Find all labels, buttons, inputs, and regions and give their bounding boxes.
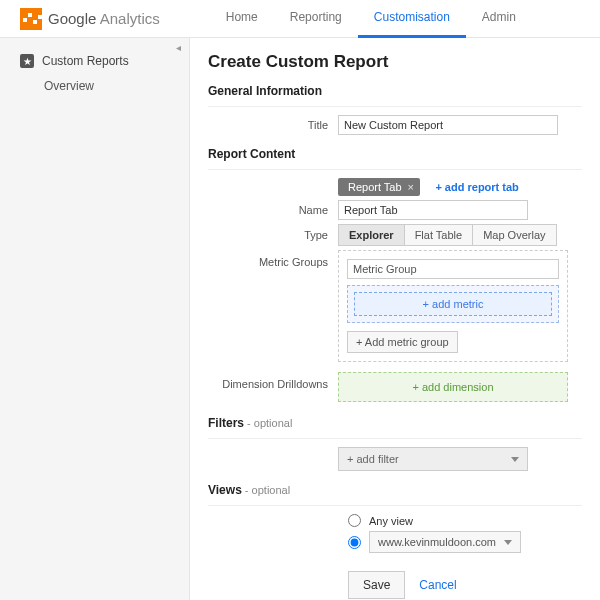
metric-group-name[interactable]: Metric Group: [347, 259, 559, 279]
metric-groups-box: Metric Group + add metric + Add metric g…: [338, 250, 568, 362]
dimension-label: Dimension Drilldowns: [208, 372, 338, 390]
top-bar: Google Analytics Home Reporting Customis…: [0, 0, 600, 38]
content: Create Custom Report General Information…: [190, 38, 600, 600]
add-filter-dropdown[interactable]: + add filter: [338, 447, 528, 471]
view-radio-any[interactable]: [348, 514, 361, 527]
main-area: ◂ ★ Custom Reports Overview Create Custo…: [0, 38, 600, 600]
metric-groups-label: Metric Groups: [208, 250, 338, 268]
nav-admin[interactable]: Admin: [466, 0, 532, 38]
section-filters: Filters - optional: [208, 416, 582, 430]
sidebar-sub-overview[interactable]: Overview: [0, 74, 189, 98]
page-title: Create Custom Report: [208, 52, 582, 72]
name-input[interactable]: [338, 200, 528, 220]
sidebar: ◂ ★ Custom Reports Overview: [0, 38, 190, 600]
logo: Google Analytics: [20, 8, 160, 30]
brand-name: Google Analytics: [48, 10, 160, 27]
divider: [208, 106, 582, 107]
type-explorer[interactable]: Explorer: [338, 224, 405, 246]
any-view-label: Any view: [369, 515, 413, 527]
chevron-down-icon: [511, 457, 519, 462]
close-icon[interactable]: ×: [408, 181, 414, 193]
selected-view-label: www.kevinmuldoon.com: [378, 536, 496, 548]
analytics-logo-icon: [20, 8, 42, 30]
type-label: Type: [208, 229, 338, 241]
divider: [208, 169, 582, 170]
nav-reporting[interactable]: Reporting: [274, 0, 358, 38]
title-label: Title: [208, 119, 338, 131]
type-map-overlay[interactable]: Map Overlay: [472, 224, 556, 246]
name-label: Name: [208, 204, 338, 216]
save-button[interactable]: Save: [348, 571, 405, 599]
type-flat-table[interactable]: Flat Table: [404, 224, 474, 246]
sidebar-item-custom-reports[interactable]: ★ Custom Reports: [0, 48, 189, 74]
divider: [208, 438, 582, 439]
sidebar-item-label: Custom Reports: [42, 54, 129, 68]
section-general: General Information: [208, 84, 582, 98]
nav-home[interactable]: Home: [210, 0, 274, 38]
cancel-link[interactable]: Cancel: [419, 578, 456, 592]
nav-customisation[interactable]: Customisation: [358, 0, 466, 38]
section-report-content: Report Content: [208, 147, 582, 161]
type-segmented: Explorer Flat Table Map Overlay: [338, 224, 557, 246]
add-report-tab-link[interactable]: + add report tab: [435, 181, 518, 193]
title-input[interactable]: [338, 115, 558, 135]
add-dimension-button[interactable]: + add dimension: [338, 372, 568, 402]
collapse-sidebar-icon[interactable]: ◂: [171, 42, 185, 56]
metric-inner: + add metric: [347, 285, 559, 323]
star-icon: ★: [20, 54, 34, 68]
form-actions: Save Cancel: [348, 571, 582, 599]
section-views: Views - optional: [208, 483, 582, 497]
add-filter-label: + add filter: [347, 453, 399, 465]
add-metric-button[interactable]: + add metric: [354, 292, 552, 316]
divider: [208, 505, 582, 506]
chevron-down-icon: [504, 540, 512, 545]
view-dropdown[interactable]: www.kevinmuldoon.com: [369, 531, 521, 553]
add-metric-group-button[interactable]: + Add metric group: [347, 331, 458, 353]
top-nav: Home Reporting Customisation Admin: [210, 0, 532, 38]
report-tab-pill[interactable]: Report Tab ×: [338, 178, 420, 196]
report-tab-label: Report Tab: [348, 181, 402, 193]
view-radio-specific[interactable]: [348, 536, 361, 549]
